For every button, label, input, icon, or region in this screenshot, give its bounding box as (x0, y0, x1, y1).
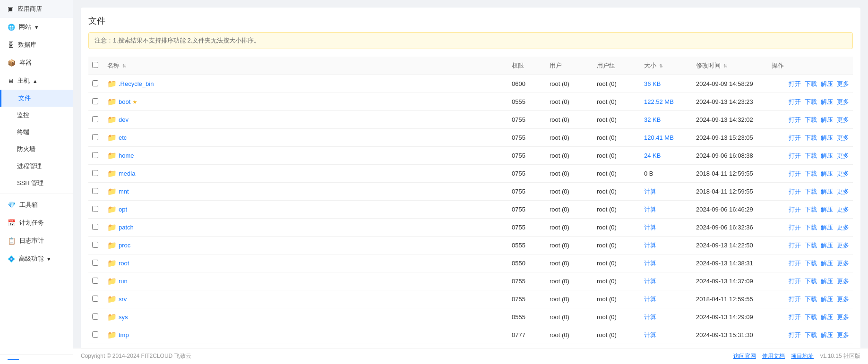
size-cell[interactable]: 计算 (640, 272, 692, 290)
action-打开[interactable]: 打开 (789, 278, 801, 285)
size-cell[interactable]: 36 KB (640, 75, 692, 93)
action-打开[interactable]: 打开 (789, 116, 801, 123)
sidebar-item-container[interactable]: 📦 容器 (0, 54, 73, 72)
sidebar-item-ssh[interactable]: SSH 管理 (0, 175, 73, 192)
action-打开[interactable]: 打开 (789, 296, 801, 303)
action-下载[interactable]: 下载 (805, 224, 817, 231)
file-name-link[interactable]: proc (119, 242, 130, 249)
action-打开[interactable]: 打开 (789, 80, 801, 87)
sidebar-item-process[interactable]: 进程管理 (0, 158, 73, 175)
size-link[interactable]: 24 KB (644, 152, 661, 159)
row-checkbox[interactable] (92, 134, 98, 140)
file-name-link[interactable]: root (119, 260, 129, 267)
file-name-link[interactable]: .Recycle_bin (119, 80, 154, 87)
sidebar-item-schedule[interactable]: 📅 计划任务 (0, 214, 73, 232)
col-header-name[interactable]: 名称 ⇅ (103, 57, 508, 75)
size-cell[interactable]: 计算 (640, 219, 692, 237)
file-name-link[interactable]: srv (119, 296, 127, 303)
action-解压[interactable]: 解压 (821, 224, 833, 231)
action-打开[interactable]: 打开 (789, 170, 801, 177)
size-cell[interactable]: 计算 (640, 201, 692, 219)
action-下载[interactable]: 下载 (805, 116, 817, 123)
row-checkbox[interactable] (92, 296, 98, 302)
row-checkbox[interactable] (92, 170, 98, 176)
action-更多[interactable]: 更多 (837, 260, 849, 267)
action-下载[interactable]: 下载 (805, 313, 817, 321)
size-link[interactable]: 计算 (644, 313, 656, 321)
size-link[interactable]: 计算 (644, 260, 656, 267)
file-name-link[interactable]: opt (119, 206, 127, 213)
action-更多[interactable]: 更多 (837, 296, 849, 303)
sidebar-item-website[interactable]: 🌐 网站 ▾ (0, 18, 73, 36)
action-解压[interactable]: 解压 (821, 116, 833, 123)
file-name-link[interactable]: run (119, 278, 128, 285)
action-更多[interactable]: 更多 (837, 98, 849, 105)
project-link[interactable]: 项目地址 (791, 353, 814, 359)
action-下载[interactable]: 下载 (805, 331, 817, 339)
action-更多[interactable]: 更多 (837, 116, 849, 123)
size-cell[interactable]: 32 KB (640, 111, 692, 129)
size-cell[interactable]: 计算 (640, 237, 692, 254)
action-更多[interactable]: 更多 (837, 152, 849, 159)
size-cell[interactable]: 计算 (640, 308, 692, 326)
action-更多[interactable]: 更多 (837, 278, 849, 285)
sidebar-item-host[interactable]: 🖥 主机 ▴ (0, 72, 73, 90)
file-name-link[interactable]: mnt (119, 188, 129, 195)
row-checkbox[interactable] (92, 206, 98, 212)
size-link[interactable]: 36 KB (644, 80, 661, 87)
size-cell[interactable]: 计算 (640, 183, 692, 201)
sidebar-item-log[interactable]: 📋 日志审计 (0, 232, 73, 250)
size-cell[interactable]: 122.52 MB (640, 93, 692, 111)
file-name-link[interactable]: tmp (119, 331, 129, 339)
action-解压[interactable]: 解压 (821, 296, 833, 303)
size-cell[interactable]: 24 KB (640, 147, 692, 165)
action-下载[interactable]: 下载 (805, 170, 817, 177)
action-打开[interactable]: 打开 (789, 313, 801, 321)
action-更多[interactable]: 更多 (837, 134, 849, 141)
action-解压[interactable]: 解压 (821, 260, 833, 267)
row-checkbox[interactable] (92, 80, 98, 86)
size-cell[interactable]: 计算 (640, 254, 692, 272)
row-checkbox[interactable] (92, 188, 98, 194)
action-更多[interactable]: 更多 (837, 80, 849, 87)
action-打开[interactable]: 打开 (789, 152, 801, 159)
size-link[interactable]: 122.52 MB (644, 98, 674, 105)
action-下载[interactable]: 下载 (805, 242, 817, 249)
action-解压[interactable]: 解压 (821, 134, 833, 141)
action-解压[interactable]: 解压 (821, 278, 833, 285)
file-name-link[interactable]: dev (119, 116, 129, 123)
action-解压[interactable]: 解压 (821, 242, 833, 249)
size-link[interactable]: 计算 (644, 224, 656, 231)
action-解压[interactable]: 解压 (821, 331, 833, 339)
row-checkbox[interactable] (92, 313, 98, 320)
action-下载[interactable]: 下载 (805, 98, 817, 105)
select-all-checkbox[interactable] (92, 62, 98, 68)
sidebar-item-firewall[interactable]: 防火墙 (0, 141, 73, 158)
size-link[interactable]: 计算 (644, 296, 656, 303)
action-更多[interactable]: 更多 (837, 206, 849, 213)
action-更多[interactable]: 更多 (837, 170, 849, 177)
action-解压[interactable]: 解压 (821, 206, 833, 213)
action-下载[interactable]: 下载 (805, 188, 817, 195)
file-name-link[interactable]: media (119, 170, 135, 177)
col-header-time[interactable]: 修改时间 ⇅ (692, 57, 768, 75)
row-checkbox[interactable] (92, 152, 98, 158)
col-header-size[interactable]: 大小 ⇅ (640, 57, 692, 75)
file-name-link[interactable]: boot (119, 98, 130, 105)
action-打开[interactable]: 打开 (789, 206, 801, 213)
action-打开[interactable]: 打开 (789, 224, 801, 231)
sidebar-item-files[interactable]: 文件 (0, 90, 73, 107)
action-解压[interactable]: 解压 (821, 313, 833, 321)
row-checkbox[interactable] (92, 260, 98, 266)
size-cell[interactable]: 计算 (640, 326, 692, 344)
sidebar-item-terminal[interactable]: 终端 (0, 124, 73, 141)
action-下载[interactable]: 下载 (805, 152, 817, 159)
action-打开[interactable]: 打开 (789, 260, 801, 267)
action-解压[interactable]: 解压 (821, 98, 833, 105)
sidebar-item-monitor[interactable]: 监控 (0, 107, 73, 124)
size-link[interactable]: 计算 (644, 331, 656, 339)
size-link[interactable]: 计算 (644, 278, 656, 285)
file-name-link[interactable]: etc (119, 134, 127, 141)
star-icon[interactable]: ★ (132, 99, 138, 105)
docs-link[interactable]: 使用文档 (762, 353, 785, 359)
